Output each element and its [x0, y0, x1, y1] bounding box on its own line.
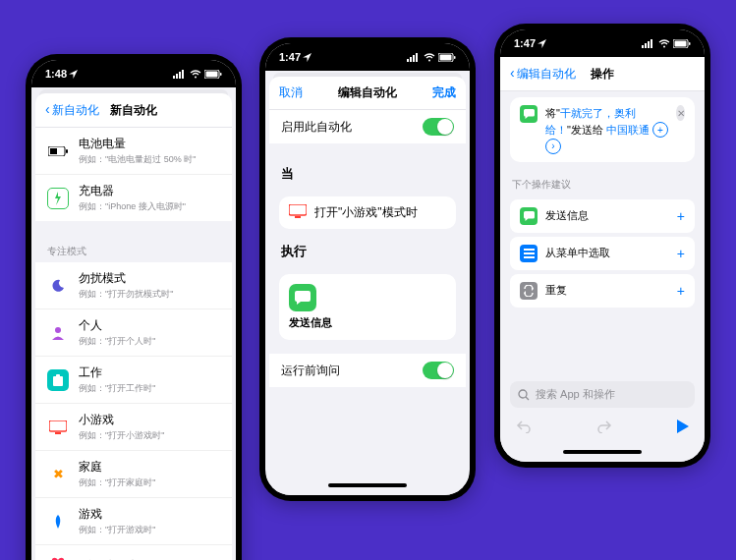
when-label: 打开"小游戏"模式时	[314, 204, 418, 221]
svg-rect-6	[206, 71, 218, 77]
section-label-suggest: 下个操作建议	[500, 168, 705, 196]
search-input[interactable]: 搜索 App 和操作	[510, 381, 695, 408]
svg-rect-28	[648, 41, 650, 48]
run-button[interactable]	[677, 420, 689, 436]
svg-rect-17	[410, 57, 412, 62]
suggestion-send-message[interactable]: 发送信息 +	[510, 199, 695, 233]
plus-icon[interactable]: +	[677, 246, 685, 261]
wifi-icon	[190, 70, 201, 79]
row-heart[interactable]: 例如："打开时"	[35, 545, 232, 560]
row-battery[interactable]: 电池电量例如："电池电量超过 50% 时"	[35, 128, 232, 175]
row-game[interactable]: 游戏例如："打开游戏时"	[35, 498, 232, 545]
moon-icon	[47, 275, 69, 297]
row-minigame[interactable]: 小游戏例如："打开小游戏时"	[35, 404, 232, 451]
svg-rect-12	[53, 376, 63, 386]
suggestion-choose-menu[interactable]: 从菜单中选取 +	[510, 237, 695, 270]
home-indicator	[500, 442, 705, 462]
svg-rect-35	[524, 252, 535, 254]
svg-rect-23	[454, 56, 456, 59]
phone-actions: 1:47 ‹编辑自动化 操作 将"干就完了，奥利给！"发送给 中国联通	[494, 24, 710, 468]
row-charger[interactable]: 充电器例如："iPhone 接入电源时"	[35, 175, 232, 221]
action-label: 发送信息	[289, 315, 446, 330]
nav-header: ‹新自动化 新自动化	[35, 93, 232, 128]
undo-button[interactable]	[516, 420, 532, 436]
svg-rect-36	[524, 256, 535, 258]
recipient-token[interactable]: 中国联通	[606, 124, 650, 136]
status-time: 1:47	[514, 37, 536, 49]
svg-point-30	[663, 45, 665, 47]
display-icon	[47, 417, 69, 438]
battery-icon	[673, 39, 691, 48]
done-button[interactable]: 完成	[432, 84, 456, 101]
svg-line-38	[526, 397, 529, 400]
remove-action-button[interactable]: ✕	[676, 105, 685, 121]
svg-rect-0	[173, 76, 175, 79]
back-button[interactable]: ‹编辑自动化	[510, 65, 576, 83]
svg-rect-25	[295, 216, 301, 218]
wrench-icon: ✖︎	[47, 464, 69, 485]
do-heading: 执行	[269, 235, 466, 268]
svg-rect-27	[645, 43, 647, 48]
svg-rect-14	[49, 420, 67, 431]
svg-rect-22	[440, 54, 452, 60]
redo-button[interactable]	[596, 420, 612, 436]
messages-app-icon	[289, 284, 316, 311]
row-dnd[interactable]: 勿扰模式例如："打开勿扰模式时"	[35, 262, 232, 309]
add-recipient-button[interactable]: +	[652, 122, 668, 138]
svg-rect-18	[413, 55, 415, 62]
svg-rect-16	[407, 59, 409, 62]
status-time: 1:47	[279, 51, 301, 63]
charger-icon	[47, 188, 69, 209]
svg-point-20	[428, 59, 430, 61]
message-action-card[interactable]: 将"干就完了，奥利给！"发送给 中国联通 + › ✕	[510, 97, 695, 162]
toolbar	[500, 414, 705, 442]
row-home[interactable]: ✖︎ 家庭例如："打开家庭时"	[35, 451, 232, 498]
nav-header: ‹编辑自动化 操作	[500, 57, 705, 91]
row-work[interactable]: 工作例如："打开工作时"	[35, 357, 232, 404]
svg-rect-3	[182, 70, 184, 79]
row-personal[interactable]: 个人例如："打开个人时"	[35, 309, 232, 357]
plus-icon[interactable]: +	[677, 283, 685, 299]
svg-point-4	[195, 76, 197, 78]
expand-button[interactable]: ›	[545, 139, 561, 154]
messages-app-icon	[520, 105, 538, 123]
phone-edit-automation: 1:47 取消 编辑自动化 完成 启用此自动化 当	[259, 37, 476, 501]
location-icon	[538, 39, 546, 48]
person-icon	[47, 322, 69, 344]
wifi-icon	[658, 39, 670, 48]
svg-rect-15	[55, 432, 61, 434]
svg-rect-26	[642, 45, 644, 48]
settings-group: 电池电量例如："电池电量超过 50% 时" 充电器例如："iPhone 接入电源…	[35, 128, 232, 221]
phone-new-automation: 1:48 ‹新自动化 新自动化 电池电量例如："电池电量超过 50% 时"	[26, 54, 242, 560]
notch	[323, 43, 412, 61]
rocket-icon	[47, 511, 69, 532]
svg-rect-10	[66, 149, 68, 153]
home-indicator	[265, 476, 470, 495]
row-enable-automation: 启用此自动化	[269, 110, 466, 143]
location-icon	[69, 70, 78, 79]
messages-app-icon	[520, 207, 538, 225]
svg-point-37	[519, 390, 527, 398]
enable-toggle[interactable]	[423, 118, 454, 136]
when-card[interactable]: 打开"小游戏"模式时	[279, 196, 456, 229]
list-icon	[520, 245, 538, 262]
location-icon	[303, 53, 311, 62]
suggestion-repeat[interactable]: 重复 +	[510, 274, 695, 308]
plus-icon[interactable]: +	[677, 208, 685, 224]
svg-rect-33	[689, 42, 691, 45]
search-icon	[518, 389, 530, 401]
back-button[interactable]: ‹新自动化	[45, 101, 99, 119]
notch	[558, 29, 647, 47]
ask-toggle[interactable]	[423, 362, 454, 379]
status-time: 1:48	[45, 68, 67, 80]
svg-rect-34	[524, 249, 535, 251]
repeat-icon	[520, 282, 538, 300]
svg-rect-29	[651, 39, 652, 48]
svg-rect-13	[56, 374, 60, 377]
section-label-focus: 专注模式	[35, 235, 232, 262]
row-ask-before-run: 运行前询问	[269, 354, 466, 387]
display-icon	[289, 204, 307, 221]
battery-icon	[438, 53, 456, 62]
cancel-button[interactable]: 取消	[279, 84, 303, 101]
action-card[interactable]: 发送信息	[279, 274, 456, 340]
